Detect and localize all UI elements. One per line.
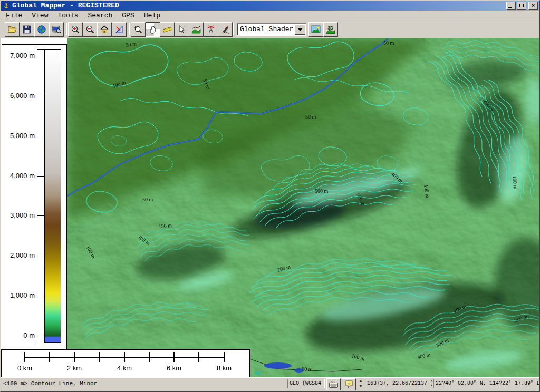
minimize-button[interactable] <box>506 2 516 10</box>
toolbar-separator <box>232 23 234 35</box>
contour-label: 50 m <box>142 197 153 202</box>
contour-label: 150 m <box>158 222 172 229</box>
close-icon: × <box>532 2 535 8</box>
measure-tool-button[interactable] <box>160 22 175 37</box>
coordinate-entry-button[interactable] <box>326 378 341 390</box>
save-icon <box>22 25 32 34</box>
menu-file[interactable]: File <box>1 11 27 21</box>
elevation-legend: 7,000 m 6,000 m 5,000 m 4,000 m 3,000 m … <box>2 44 67 349</box>
legend-label: 6,000 m <box>2 92 35 100</box>
zoom-tool-button[interactable] <box>131 22 146 37</box>
restore-button[interactable] <box>517 2 526 10</box>
spinner-down-icon[interactable]: ▼ <box>360 385 362 388</box>
open-button[interactable] <box>5 22 20 37</box>
restore-icon <box>519 4 524 7</box>
zoom-out-icon <box>85 25 95 34</box>
title-bar[interactable]: Global Mapper - REGISTERED × <box>1 1 539 11</box>
contour-label: 50 m <box>302 366 313 373</box>
scale-tick <box>224 352 225 362</box>
pick-tool-button[interactable] <box>175 22 189 37</box>
scale-label: 8 km <box>214 365 235 372</box>
view-shed-icon <box>206 25 216 34</box>
contour-label: 50 m <box>305 114 316 120</box>
scale-tick <box>173 352 175 362</box>
scale-label: 2 km <box>64 365 85 372</box>
contour-label: 100 m <box>512 175 518 189</box>
scale-tick <box>74 352 75 362</box>
save-button[interactable] <box>20 22 34 37</box>
scale-tick <box>124 352 125 362</box>
ruler-icon <box>162 25 172 34</box>
cursor-dms-panel: 22?40' 02.00" N, 114?22' 17.89" E <box>433 379 540 388</box>
terrain-profile-button[interactable] <box>189 22 204 37</box>
pan-tool-button[interactable] <box>146 22 160 37</box>
pointer-icon <box>177 25 187 34</box>
map-canvas[interactable]: 50 m 100 m 50 m 50 m 50 m 150 m 100 m 10… <box>67 38 539 378</box>
client-area: 50 m 100 m 50 m 50 m 50 m 150 m 100 m 10… <box>1 38 539 378</box>
zoom-in-icon <box>71 25 80 34</box>
3d-view-icon: 3D <box>326 25 335 34</box>
menu-help[interactable]: Help <box>139 11 165 21</box>
scale-tick <box>198 352 199 362</box>
legend-tick <box>37 336 44 336</box>
spinner-up-icon[interactable]: ▲ <box>360 379 362 383</box>
legend-tick <box>37 136 44 136</box>
menu-tools[interactable]: Tools <box>53 11 83 21</box>
home-icon <box>100 25 109 34</box>
legend-tick <box>37 56 44 56</box>
app-window: Global Mapper - REGISTERED × File View T… <box>0 0 540 392</box>
scale-tick <box>99 352 100 362</box>
legend-label: 2,000 m <box>2 252 35 259</box>
close-button[interactable]: × <box>528 2 538 10</box>
capture-screen-button[interactable] <box>49 22 64 37</box>
cursor-dms-text: 22?40' 02.00" N, 114?22' 17.89" E <box>436 380 540 386</box>
digitizer-tool-button[interactable] <box>218 22 233 37</box>
app-icon <box>3 2 10 9</box>
image-overlay-icon <box>311 25 321 34</box>
zoom-out-button[interactable] <box>83 22 98 37</box>
zoom-in-button[interactable] <box>68 22 83 37</box>
legend-label: 1,000 m <box>2 292 35 299</box>
projection-panel: GEO (WGS84 <box>287 379 325 388</box>
view-shed-button[interactable] <box>204 22 218 37</box>
contour-label: 500 m <box>315 188 329 194</box>
help-button[interactable]: ? <box>342 378 356 390</box>
legend-label: 3,000 m <box>2 212 35 219</box>
chevron-down-icon[interactable] <box>295 24 305 35</box>
scale-tick <box>24 352 25 362</box>
menu-search[interactable]: Search <box>83 11 117 21</box>
scale-label: 4 km <box>114 365 135 372</box>
menu-bar: File View Tools Search GPS Help <box>1 11 539 21</box>
cursor-xy-text: 163737, 22.66722137 ) <box>367 380 432 386</box>
window-title: Global Mapper - REGISTERED <box>12 1 119 11</box>
line-of-sight-icon <box>114 25 124 34</box>
contour-label: 50 m <box>383 40 394 46</box>
legend-tick <box>37 256 44 256</box>
cursor-xy-panel: 163737, 22.66722137 ) <box>365 379 432 388</box>
shader-select[interactable]: Global Shader <box>237 23 306 36</box>
capture-screen-icon <box>52 25 61 34</box>
coordinate-spinner: ▲ ▼ <box>358 379 364 388</box>
pan-hand-icon <box>148 25 158 34</box>
scale-label: 6 km <box>163 365 185 372</box>
scale-tick <box>149 352 150 362</box>
show-3d-button[interactable]: 3D <box>323 22 338 37</box>
legend-tick <box>37 96 44 96</box>
line-of-sight-button[interactable] <box>112 22 127 37</box>
legend-label: 5,000 m <box>2 132 35 140</box>
map-render: 50 m 100 m 50 m 50 m 50 m 150 m 100 m 10… <box>67 38 539 378</box>
status-bar: <100 m> Contour Line, Minor GEO (WGS84 ?… <box>1 377 539 391</box>
scale-tick <box>49 352 50 362</box>
keyboard-icon <box>329 381 338 388</box>
menu-view[interactable]: View <box>27 11 53 21</box>
download-online-button[interactable] <box>34 22 49 37</box>
legend-label: 7,000 m <box>2 52 35 60</box>
zoom-tool-icon <box>133 25 143 34</box>
menu-gps[interactable]: GPS <box>117 11 139 21</box>
full-view-button[interactable] <box>97 22 112 37</box>
toolbar: Global Shader 3D <box>1 21 539 38</box>
legend-label: 4,000 m <box>2 172 35 180</box>
toolbar-separator <box>65 23 67 35</box>
show-images-button[interactable] <box>308 22 323 37</box>
svg-text:?: ? <box>348 381 350 386</box>
